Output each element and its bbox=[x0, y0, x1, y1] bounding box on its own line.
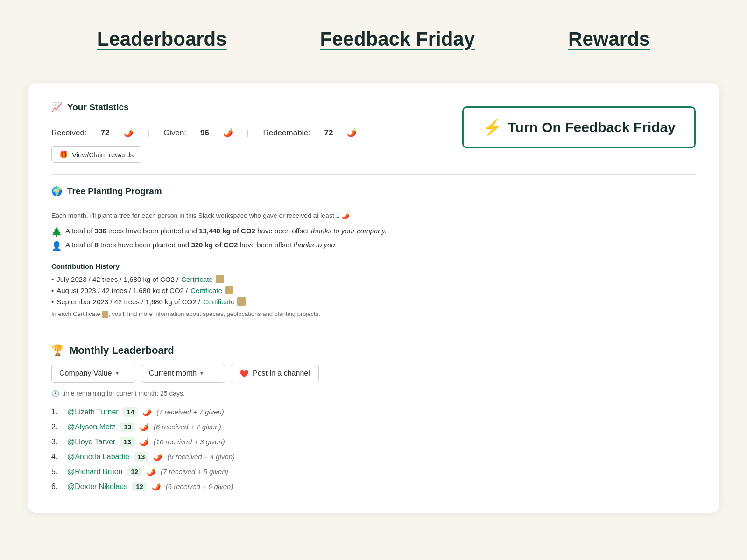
chili-1: 🌶️ bbox=[142, 407, 152, 416]
rank-5: 5. bbox=[51, 468, 63, 476]
detail-6: (6 received + 6 given) bbox=[166, 483, 233, 490]
cert-link-july[interactable]: Certificate bbox=[181, 275, 213, 283]
period-label: Current month bbox=[149, 369, 197, 378]
main-card: 📈 Your Statistics Received: 72 🌶️ | Give… bbox=[28, 83, 719, 513]
tree-planting-title: Tree Planting Program bbox=[67, 186, 162, 196]
detail-3: (10 received + 3 given) bbox=[154, 438, 225, 446]
tree-divider bbox=[51, 204, 696, 204]
statistics-title: Your Statistics bbox=[67, 102, 129, 112]
rank-2: 2. bbox=[51, 423, 63, 431]
cert-link-september[interactable]: Certificate bbox=[203, 298, 235, 306]
redeemable-value: 72 bbox=[324, 128, 333, 138]
feedback-friday-label: Turn On Feedback Friday bbox=[507, 119, 676, 135]
heart-icon: ❤️ bbox=[240, 369, 249, 378]
chili-3: 🌶️ bbox=[140, 437, 149, 446]
person-icon: 👤 bbox=[51, 241, 62, 251]
gift-icon: 🎁 bbox=[59, 150, 68, 159]
company-value-label: Company Value bbox=[59, 369, 112, 378]
section-divider-2 bbox=[51, 329, 696, 329]
stats-left: 📈 Your Statistics Received: 72 🌶️ | Give… bbox=[51, 102, 357, 163]
post-channel-label: Post in a channel bbox=[253, 369, 310, 378]
received-label: Received: bbox=[51, 128, 87, 138]
feedback-friday-area: ⚡ Turn On Feedback Friday bbox=[462, 102, 696, 148]
post-channel-button[interactable]: ❤️ Post in a channel bbox=[231, 364, 319, 383]
cert-icon-july bbox=[216, 275, 224, 283]
score-5: 12 bbox=[127, 467, 142, 476]
tree-icon: 🌍 bbox=[51, 186, 63, 196]
rank-4: 4. bbox=[51, 453, 63, 461]
score-4: 13 bbox=[134, 452, 149, 462]
company-thanks: thanks to your company. bbox=[311, 227, 387, 235]
time-remaining: 🕐 time remaining for current month: 25 d… bbox=[51, 390, 696, 397]
trophy-icon: 🏆 bbox=[51, 344, 64, 357]
detail-5: (7 received + 5 given) bbox=[161, 468, 228, 476]
detail-1: (7 received + 7 given) bbox=[156, 408, 224, 416]
chili-5: 🌶️ bbox=[147, 467, 156, 476]
tree-description: Each month, I'll plant a tree for each p… bbox=[51, 212, 696, 219]
tree-planting-section: 🌍 Tree Planting Program Each month, I'll… bbox=[51, 186, 696, 318]
view-claim-button[interactable]: 🎁 View/Claim rewards bbox=[51, 146, 141, 163]
chili-received: 🌶️ bbox=[124, 128, 134, 138]
user-lloyd-tarver[interactable]: @Lloyd Tarver bbox=[67, 438, 115, 446]
chili-2: 🌶️ bbox=[140, 422, 149, 431]
contrib-note: In each Certificate , you'll find more i… bbox=[51, 310, 696, 318]
rank-3: 3. bbox=[51, 438, 63, 446]
stats-divider bbox=[51, 120, 357, 120]
user-richard-bruen[interactable]: @Richard Bruen bbox=[67, 468, 123, 476]
chili-redeemable: 🌶️ bbox=[347, 128, 357, 138]
nav-rewards[interactable]: Rewards bbox=[568, 28, 650, 50]
leaderboard-header: 🏆 Monthly Leaderboard bbox=[51, 344, 696, 357]
redeemable-label: Redeemable: bbox=[263, 128, 310, 138]
company-icon: 🌲 bbox=[51, 227, 62, 237]
chevron-down-icon-2: ▾ bbox=[200, 370, 203, 377]
time-remaining-text: time remaining for current month: 25 day… bbox=[62, 390, 185, 397]
user-lizeth-turner[interactable]: @Lizeth Turner bbox=[67, 408, 119, 416]
table-row: 6. @Dexter Nikolaus 12 🌶️ (6 received + … bbox=[51, 479, 696, 494]
table-row: 1. @Lizeth Turner 14 🌶️ (7 received + 7 … bbox=[51, 405, 696, 420]
contribution-history-title: Contribution History bbox=[51, 262, 696, 270]
leaderboard-title: Monthly Leaderboard bbox=[70, 344, 174, 357]
personal-co2: 320 kg of CO2 bbox=[191, 241, 238, 249]
leaderboard-list: 1. @Lizeth Turner 14 🌶️ (7 received + 7 … bbox=[51, 405, 696, 494]
user-dexter-nikolaus[interactable]: @Dexter Nikolaus bbox=[67, 483, 127, 491]
personal-thanks: thanks to you. bbox=[293, 241, 337, 249]
score-3: 13 bbox=[120, 437, 135, 447]
nav-leaderboards[interactable]: Leaderboards bbox=[97, 28, 227, 50]
table-row: 2. @Alyson Metz 13 🌶️ (6 received + 7 gi… bbox=[51, 420, 696, 434]
user-annetta-labadie[interactable]: @Annetta Labadie bbox=[67, 453, 129, 461]
divider-2: | bbox=[247, 128, 249, 138]
stats-row: Received: 72 🌶️ | Given: 96 🌶️ | Redeema… bbox=[51, 128, 357, 138]
period-select[interactable]: Current month ▾ bbox=[141, 364, 225, 383]
rank-1: 1. bbox=[51, 408, 63, 416]
nav-feedback-friday[interactable]: Feedback Friday bbox=[320, 28, 475, 50]
given-value: 96 bbox=[200, 128, 209, 138]
detail-4: (9 received + 4 given) bbox=[167, 453, 235, 461]
contrib-item-july: July 2023 / 42 trees / 1,680 kg of CO2 /… bbox=[51, 275, 696, 283]
company-value-select[interactable]: Company Value ▾ bbox=[51, 364, 135, 383]
divider-1: | bbox=[148, 128, 149, 138]
contribution-history: Contribution History July 2023 / 42 tree… bbox=[51, 262, 696, 318]
lightning-icon: ⚡ bbox=[482, 118, 502, 137]
chili-6: 🌶️ bbox=[152, 482, 161, 491]
cert-icon-september bbox=[237, 297, 246, 306]
table-row: 4. @Annetta Labadie 13 🌶️ (9 received + … bbox=[51, 449, 696, 464]
tree-planting-header: 🌍 Tree Planting Program bbox=[51, 186, 696, 196]
received-value: 72 bbox=[101, 128, 110, 138]
user-alyson-metz[interactable]: @Alyson Metz bbox=[67, 423, 115, 431]
contrib-item-august: August 2023 / 42 trees / 1,680 kg of CO2… bbox=[51, 286, 696, 294]
score-1: 14 bbox=[123, 407, 138, 417]
chili-4: 🌶️ bbox=[153, 452, 162, 461]
clock-icon: 🕐 bbox=[51, 390, 59, 397]
score-6: 12 bbox=[132, 482, 147, 491]
score-2: 13 bbox=[120, 422, 135, 432]
personal-tree-stat: 👤 A total of 8 trees have been planted a… bbox=[51, 241, 696, 251]
company-co2: 13,440 kg of CO2 bbox=[199, 227, 255, 235]
table-row: 3. @Lloyd Tarver 13 🌶️ (10 received + 3 … bbox=[51, 434, 696, 449]
section-divider-1 bbox=[51, 174, 696, 175]
leaderboard-controls: Company Value ▾ Current month ▾ ❤️ Post … bbox=[51, 364, 696, 383]
chevron-down-icon: ▾ bbox=[116, 370, 119, 377]
cert-link-august[interactable]: Certificate bbox=[190, 287, 222, 294]
company-tree-stat: 🌲 A total of 336 trees have been planted… bbox=[51, 227, 696, 237]
turn-on-feedback-friday-button[interactable]: ⚡ Turn On Feedback Friday bbox=[462, 106, 696, 148]
table-row: 5. @Richard Bruen 12 🌶️ (7 received + 5 … bbox=[51, 464, 696, 479]
